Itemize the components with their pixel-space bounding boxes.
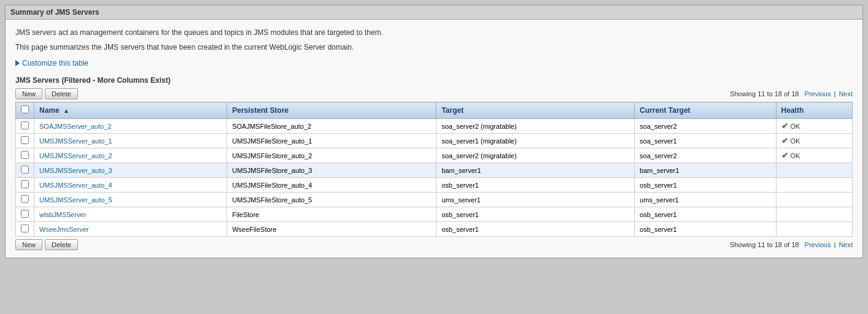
- row-name-cell: UMSJMSServer_auto_5: [34, 193, 227, 207]
- row-name-cell: UMSJMSServer_auto_4: [34, 178, 227, 193]
- row-persistent-store-cell: UMSJMSFileStore_auto_4: [227, 178, 436, 193]
- row-persistent-store-cell: UMSJMSFileStore_auto_5: [227, 193, 436, 207]
- row-name-cell: SOAJMSServer_auto_2: [34, 119, 227, 134]
- row-name-link[interactable]: UMSJMSServer_auto_1: [39, 137, 112, 145]
- bottom-previous-link[interactable]: Previous: [805, 241, 831, 248]
- bottom-new-button[interactable]: New: [15, 239, 42, 250]
- row-current-target-cell: osb_server1: [635, 178, 776, 193]
- sort-arrow-icon: ▲: [63, 107, 69, 114]
- row-name-link[interactable]: UMSJMSServer_auto_4: [39, 182, 112, 189]
- header-health[interactable]: Health: [776, 102, 852, 119]
- row-current-target-cell: soa_server2: [635, 119, 776, 134]
- header-current-target-label: Current Target: [640, 106, 690, 115]
- table-row: UMSJMSServer_auto_2UMSJMSFileStore_auto_…: [16, 148, 853, 163]
- panel-title: Summary of JMS Servers: [6, 6, 862, 20]
- table-row: WseeJmsServerWseeFileStoreosb_server1osb…: [16, 222, 853, 237]
- row-target-cell: osb_server1: [436, 222, 635, 237]
- header-health-label: Health: [781, 106, 804, 115]
- row-health-cell: ✔OK: [776, 134, 852, 148]
- table-section-title: JMS Servers (Filtered - More Columns Exi…: [15, 76, 853, 85]
- row-name-cell: UMSJMSServer_auto_2: [34, 148, 227, 163]
- row-name-link[interactable]: wlsbJMSServer: [39, 211, 86, 218]
- jms-servers-table: Name ▲ Persistent Store Target Current T…: [15, 102, 853, 237]
- row-persistent-store-cell: WseeFileStore: [227, 222, 436, 237]
- customize-link[interactable]: Customize this table: [15, 59, 853, 67]
- bottom-showing-text: Showing 11 to 18 of 18: [730, 241, 799, 248]
- row-checkbox[interactable]: [21, 224, 29, 232]
- row-current-target-cell: soa_server2: [635, 148, 776, 163]
- row-current-target-cell: osb_server1: [635, 222, 776, 237]
- table-row: UMSJMSServer_auto_4UMSJMSFileStore_auto_…: [16, 178, 853, 193]
- row-name-link[interactable]: UMSJMSServer_auto_5: [39, 196, 112, 204]
- top-previous-link[interactable]: Previous: [805, 90, 831, 98]
- row-current-target-cell: bam_server1: [635, 163, 776, 178]
- row-current-target-cell: osb_server1: [635, 207, 776, 222]
- row-checkbox[interactable]: [21, 210, 29, 218]
- row-name-cell: wlsbJMSServer: [34, 207, 227, 222]
- bottom-delete-button[interactable]: Delete: [45, 239, 78, 250]
- header-persistent-store[interactable]: Persistent Store: [227, 102, 436, 119]
- top-toolbar-left: New Delete: [15, 88, 78, 99]
- top-next-link[interactable]: Next: [839, 90, 853, 98]
- row-checkbox[interactable]: [21, 136, 29, 144]
- bottom-pagination-info: Showing 11 to 18 of 18 Previous | Next: [730, 241, 853, 248]
- row-persistent-store-cell: SOAJMSFileStore_auto_2: [227, 119, 436, 134]
- row-checkbox-cell: [16, 193, 34, 207]
- top-new-button[interactable]: New: [15, 88, 42, 99]
- row-checkbox[interactable]: [21, 180, 29, 188]
- row-persistent-store-cell: UMSJMSFileStore_auto_2: [227, 148, 436, 163]
- row-persistent-store-cell: FileStore: [227, 207, 436, 222]
- triangle-icon: [15, 60, 20, 66]
- row-health-cell: [776, 163, 852, 178]
- table-row: UMSJMSServer_auto_1UMSJMSFileStore_auto_…: [16, 134, 853, 148]
- top-showing-text: Showing 11 to 18 of 18: [730, 90, 799, 98]
- row-checkbox-cell: [16, 178, 34, 193]
- top-toolbar: New Delete Showing 11 to 18 of 18 Previo…: [15, 88, 853, 99]
- row-checkbox-cell: [16, 119, 34, 134]
- top-delete-button[interactable]: Delete: [45, 88, 78, 99]
- header-persistent-label: Persistent Store: [232, 106, 289, 115]
- header-name-label: Name: [39, 106, 60, 115]
- row-health-cell: [776, 193, 852, 207]
- row-name-link[interactable]: WseeJmsServer: [39, 226, 89, 233]
- row-health-cell: ✔OK: [776, 148, 852, 163]
- row-health-cell: [776, 222, 852, 237]
- header-target[interactable]: Target: [436, 102, 635, 119]
- row-target-cell: osb_server1: [436, 207, 635, 222]
- separator-1: |: [834, 90, 837, 98]
- row-name-link[interactable]: SOAJMSServer_auto_2: [39, 123, 111, 130]
- row-checkbox[interactable]: [21, 195, 29, 203]
- row-name-link[interactable]: UMSJMSServer_auto_3: [39, 167, 112, 174]
- header-name[interactable]: Name ▲: [34, 102, 227, 119]
- ok-check-icon: ✔: [781, 121, 788, 131]
- row-target-cell: soa_server1 (migratable): [436, 134, 635, 148]
- row-name-link[interactable]: UMSJMSServer_auto_2: [39, 152, 112, 159]
- bottom-toolbar: New Delete Showing 11 to 18 of 18 Previo…: [15, 239, 853, 250]
- row-current-target-cell: soa_server1: [635, 134, 776, 148]
- ok-label: OK: [791, 137, 800, 145]
- row-target-cell: soa_server2 (migratable): [436, 119, 635, 134]
- header-checkbox-col: [16, 102, 34, 119]
- row-persistent-store-cell: UMSJMSFileStore_auto_3: [227, 163, 436, 178]
- select-all-checkbox[interactable]: [21, 105, 29, 113]
- ok-label: OK: [791, 152, 800, 159]
- row-checkbox-cell: [16, 222, 34, 237]
- row-target-cell: osb_server1: [436, 178, 635, 193]
- description-2: This page summarizes the JMS servers tha…: [15, 42, 853, 53]
- row-target-cell: bam_server1: [436, 163, 635, 178]
- row-persistent-store-cell: UMSJMSFileStore_auto_1: [227, 134, 436, 148]
- row-checkbox[interactable]: [21, 121, 29, 129]
- row-checkbox-cell: [16, 148, 34, 163]
- ok-label: OK: [791, 123, 800, 130]
- bottom-toolbar-left: New Delete: [15, 239, 78, 250]
- row-name-cell: UMSJMSServer_auto_1: [34, 134, 227, 148]
- row-health-cell: [776, 178, 852, 193]
- bottom-next-link[interactable]: Next: [839, 241, 853, 248]
- row-health-cell: [776, 207, 852, 222]
- row-checkbox[interactable]: [21, 151, 29, 159]
- row-checkbox-cell: [16, 207, 34, 222]
- top-pagination-info: Showing 11 to 18 of 18 Previous | Next: [730, 90, 853, 98]
- row-checkbox[interactable]: [21, 166, 29, 174]
- description-1: JMS servers act as management containers…: [15, 27, 853, 38]
- header-current-target[interactable]: Current Target: [635, 102, 776, 119]
